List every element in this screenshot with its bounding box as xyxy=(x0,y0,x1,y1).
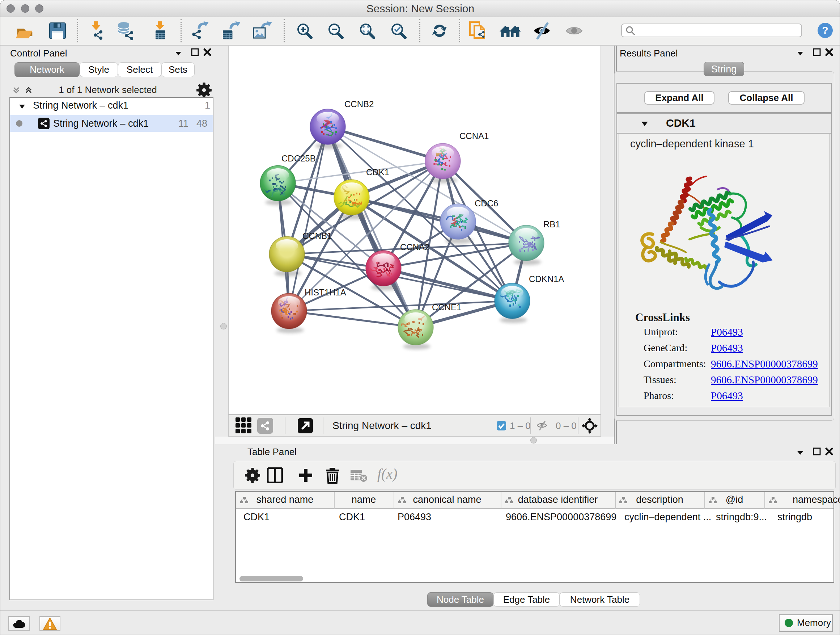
svg-text:CCNB2: CCNB2 xyxy=(344,99,374,109)
svg-text:CDC25B: CDC25B xyxy=(281,154,316,163)
svg-text:CCNA1: CCNA1 xyxy=(459,131,489,141)
svg-text:CDK1: CDK1 xyxy=(366,167,389,177)
svg-text:HIST1H1A: HIST1H1A xyxy=(305,287,346,297)
svg-text:CDKN1A: CDKN1A xyxy=(529,274,564,284)
svg-text:?: ? xyxy=(822,25,828,36)
svg-text:RB1: RB1 xyxy=(543,219,561,229)
svg-text:CCNB1: CCNB1 xyxy=(302,231,332,241)
svg-text:CDC6: CDC6 xyxy=(475,198,498,208)
svg-text:CCNA2: CCNA2 xyxy=(400,242,429,252)
svg-text:CCNE1: CCNE1 xyxy=(432,302,461,312)
